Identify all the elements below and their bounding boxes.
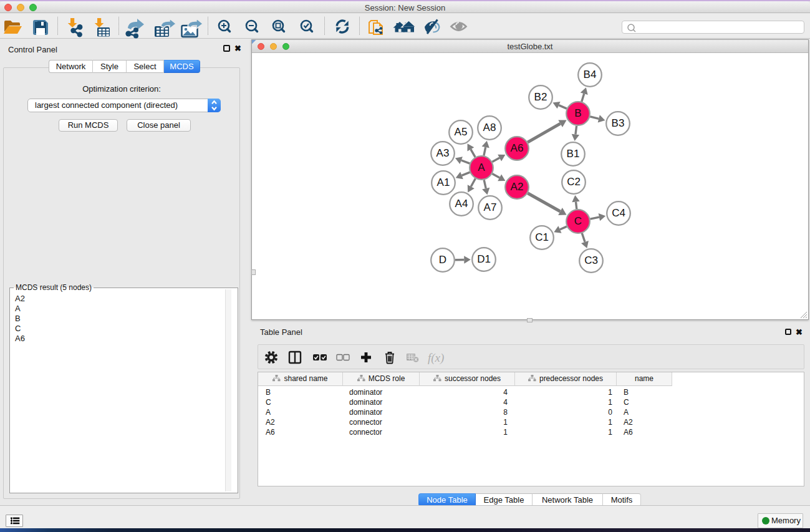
svg-text:B: B — [574, 107, 581, 119]
svg-text:B4: B4 — [584, 69, 597, 80]
svg-text:C1: C1 — [535, 231, 549, 243]
svg-text:B3: B3 — [612, 117, 625, 129]
svg-text:C3: C3 — [584, 254, 598, 266]
svg-text:D1: D1 — [477, 253, 491, 265]
svg-text:A3: A3 — [436, 147, 450, 159]
svg-text:A7: A7 — [484, 201, 497, 213]
svg-text:C2: C2 — [567, 176, 581, 188]
svg-text:f(x): f(x) — [428, 351, 444, 365]
svg-text:A5: A5 — [455, 126, 468, 138]
svg-text:A1: A1 — [437, 177, 450, 188]
svg-text:A6: A6 — [511, 142, 524, 154]
svg-text:D: D — [439, 254, 446, 266]
svg-text:A8: A8 — [483, 122, 496, 133]
svg-text:A2: A2 — [511, 181, 524, 193]
svg-text:C4: C4 — [612, 207, 625, 219]
svg-text:C: C — [574, 215, 582, 227]
svg-text:B1: B1 — [567, 148, 580, 160]
svg-text:A4: A4 — [455, 198, 468, 210]
svg-text:B2: B2 — [534, 91, 547, 103]
svg-text:A: A — [478, 162, 485, 173]
